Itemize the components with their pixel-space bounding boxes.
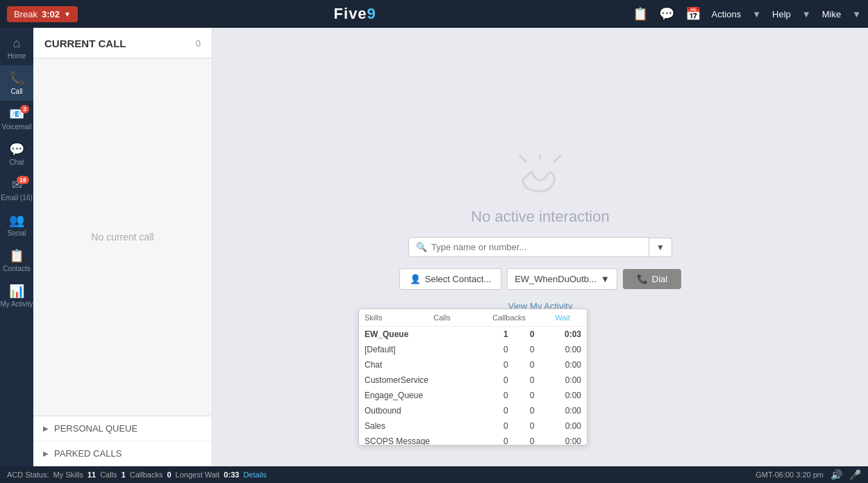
current-call-title: CURRENT CALL bbox=[44, 38, 126, 49]
table-row: Engage_Queue 0 0 0:00 bbox=[359, 388, 587, 403]
sidebar-item-home[interactable]: ⌂ Home bbox=[0, 31, 33, 65]
notifications-icon[interactable]: 📋 bbox=[633, 6, 648, 22]
skill-callbacks: 0 bbox=[514, 342, 540, 357]
callbacks-value: 0 bbox=[167, 470, 171, 479]
search-dropdown-button[interactable]: ▼ bbox=[649, 238, 672, 257]
break-label: Break bbox=[14, 9, 37, 19]
status-bar-right: GMT-06:00 3:20 pm 🔊 🎤 bbox=[756, 469, 861, 480]
actions-menu[interactable]: Actions bbox=[712, 9, 742, 19]
my-skills-value: 11 bbox=[87, 470, 96, 479]
no-interaction-area: No active interaction 🔍 ▼ 👤 Select Conta… bbox=[399, 155, 681, 311]
campaign-dropdown-button[interactable]: EW_WhenDuOutb... ▼ bbox=[507, 268, 617, 290]
skill-calls: 1 bbox=[487, 327, 514, 342]
parked-calls-item[interactable]: ▶ PARKED CALLS bbox=[33, 441, 212, 466]
user-menu[interactable]: Mike bbox=[822, 9, 841, 19]
col-calls: Calls bbox=[408, 309, 456, 327]
skills-table-body[interactable]: EW_Queue 1 0 0:03 [Default] 0 0 0:00 Cha… bbox=[359, 327, 587, 445]
call-icon: 📞 bbox=[9, 71, 24, 86]
sidebar-item-contacts[interactable]: 📋 Contacts bbox=[0, 243, 33, 278]
skill-callbacks: 0 bbox=[514, 403, 540, 418]
sidebar-item-email[interactable]: 16 ✉ Email (16) bbox=[0, 172, 33, 207]
social-icon: 👥 bbox=[9, 213, 24, 228]
skill-calls: 0 bbox=[487, 373, 514, 388]
my-skills-label: My Skills bbox=[53, 470, 83, 479]
sidebar-label-contacts: Contacts bbox=[3, 265, 30, 272]
search-icon: 🔍 bbox=[416, 242, 427, 252]
calls-value: 1 bbox=[122, 470, 126, 479]
personal-queue-item[interactable]: ▶ PERSONAL QUEUE bbox=[33, 416, 212, 441]
skills-table-header: Skills Calls Callbacks Wait bbox=[359, 309, 587, 327]
acd-label: ACD Status: bbox=[7, 470, 49, 479]
skill-name: Engage_Queue bbox=[359, 388, 487, 403]
col-skills: Skills bbox=[359, 309, 408, 327]
dial-label: Dial bbox=[652, 274, 667, 284]
current-call-count: 0 bbox=[196, 38, 201, 49]
sidebar-item-social[interactable]: 👥 Social bbox=[0, 207, 33, 243]
svg-line-2 bbox=[554, 155, 561, 162]
select-contact-label: Select Contact... bbox=[425, 274, 491, 284]
table-row: CustomerService 0 0 0:00 bbox=[359, 373, 587, 388]
left-panel: CURRENT CALL 0 No current call ▶ PERSONA… bbox=[33, 28, 212, 466]
top-bar-left: Break 3:02 ▼ bbox=[7, 6, 78, 22]
skill-wait: 0:00 bbox=[540, 342, 587, 357]
break-button[interactable]: Break 3:02 ▼ bbox=[7, 6, 78, 22]
inactive-phone-icon bbox=[512, 155, 568, 197]
skill-callbacks: 0 bbox=[514, 373, 540, 388]
skill-wait: 0:00 bbox=[540, 357, 587, 373]
sidebar-label-social: Social bbox=[7, 229, 26, 237]
microphone-icon[interactable]: 🎤 bbox=[849, 469, 861, 480]
skill-calls: 0 bbox=[487, 434, 514, 445]
skill-wait: 0:00 bbox=[540, 434, 587, 445]
select-contact-button[interactable]: 👤 Select Contact... bbox=[399, 268, 501, 290]
sidebar-label-voicemail: Voicemail bbox=[2, 123, 32, 131]
dial-button[interactable]: 📞 Dial bbox=[623, 269, 681, 289]
skill-callbacks: 0 bbox=[514, 434, 540, 445]
chat-icon[interactable]: 💬 bbox=[659, 6, 674, 22]
campaign-dropdown-icon: ▼ bbox=[601, 274, 610, 284]
action-buttons-row: 👤 Select Contact... EW_WhenDuOutb... ▼ 📞… bbox=[399, 268, 681, 290]
sidebar-label-call: Call bbox=[10, 88, 22, 95]
skill-wait: 0:00 bbox=[540, 373, 587, 388]
skill-name: SCOPS Message bbox=[359, 434, 487, 445]
sidebar-label-email: Email (16) bbox=[1, 194, 33, 202]
voicemail-badge: 3 bbox=[20, 105, 29, 113]
status-bar: ACD Status: My Skills 11 Calls 1 Callbac… bbox=[0, 466, 868, 483]
top-bar: Break 3:02 ▼ Five9 📋 💬 📅 Actions ▼ Help … bbox=[0, 0, 868, 28]
sidebar-item-call[interactable]: 📞 Call bbox=[0, 65, 33, 101]
skill-wait: 0:00 bbox=[540, 388, 587, 403]
search-input[interactable] bbox=[431, 242, 642, 252]
skill-calls: 0 bbox=[487, 342, 514, 357]
table-row: [Default] 0 0 0:00 bbox=[359, 342, 587, 357]
sidebar-item-my-activity[interactable]: 📊 My Activity bbox=[0, 278, 33, 313]
skill-calls: 0 bbox=[487, 403, 514, 418]
col-callbacks: Callbacks bbox=[456, 309, 531, 327]
skill-name: [Default] bbox=[359, 342, 487, 357]
help-menu[interactable]: Help bbox=[772, 9, 791, 19]
sidebar-item-chat[interactable]: 💬 Chat bbox=[0, 136, 33, 172]
col-wait: Wait bbox=[531, 309, 576, 327]
main-layout: ⌂ Home 📞 Call 3 📧 Voicemail 💬 Chat 16 ✉ … bbox=[0, 28, 868, 466]
callbacks-label: Callbacks bbox=[130, 470, 163, 479]
table-row: Outbound 0 0 0:00 bbox=[359, 403, 587, 418]
skill-callbacks: 0 bbox=[514, 327, 540, 342]
details-link[interactable]: Details bbox=[243, 470, 267, 479]
personal-queue-chevron: ▶ bbox=[43, 425, 49, 432]
skill-calls: 0 bbox=[487, 388, 514, 403]
break-dropdown-icon: ▼ bbox=[64, 10, 71, 18]
break-timer: 3:02 bbox=[42, 9, 60, 19]
skill-name: Sales bbox=[359, 418, 487, 434]
dial-phone-icon: 📞 bbox=[637, 274, 648, 284]
skills-rows: EW_Queue 1 0 0:03 [Default] 0 0 0:00 Cha… bbox=[359, 327, 587, 445]
home-icon: ⌂ bbox=[13, 36, 21, 51]
top-bar-right: 📋 💬 📅 Actions ▼ Help ▼ Mike ▼ bbox=[633, 6, 861, 22]
queue-section: ▶ PERSONAL QUEUE ▶ PARKED CALLS bbox=[33, 416, 212, 466]
sidebar-label-chat: Chat bbox=[9, 158, 24, 166]
sidebar-item-voicemail[interactable]: 3 📧 Voicemail bbox=[0, 101, 33, 136]
calendar-icon[interactable]: 📅 bbox=[685, 6, 701, 22]
main-content: No active interaction 🔍 ▼ 👤 Select Conta… bbox=[212, 28, 868, 466]
activity-icon: 📊 bbox=[9, 284, 24, 299]
skill-callbacks: 0 bbox=[514, 418, 540, 434]
longest-wait-label: Longest Wait bbox=[176, 470, 220, 479]
top-bar-center: Five9 bbox=[334, 5, 376, 23]
volume-icon[interactable]: 🔊 bbox=[831, 469, 842, 480]
